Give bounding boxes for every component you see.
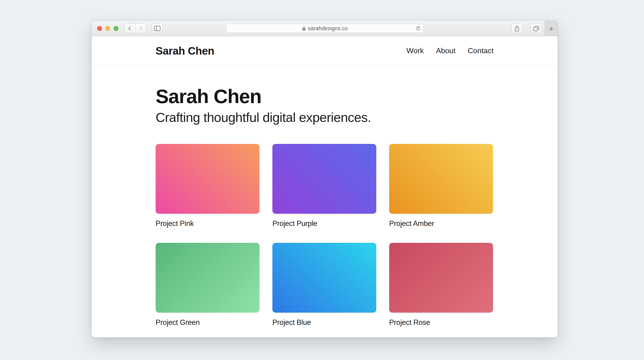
site-nav: Work About Contact: [406, 46, 494, 55]
new-tab-area: +: [545, 21, 558, 36]
project-thumbnail: [389, 243, 493, 313]
close-button[interactable]: [97, 26, 102, 31]
project-thumbnail: [156, 144, 260, 214]
hero-title: Sarah Chen: [156, 86, 494, 107]
projects-grid: Project Pink Project Purple Project Ambe…: [156, 144, 494, 327]
chevron-left-icon: [127, 26, 132, 31]
project-label: Project Purple: [272, 219, 376, 228]
share-icon: [514, 25, 520, 32]
project-card-purple[interactable]: Project Purple: [272, 144, 376, 228]
hero-subtitle: Crafting thoughtful digital experiences.: [156, 110, 494, 125]
project-card-amber[interactable]: Project Amber: [389, 144, 493, 228]
project-thumbnail: [272, 243, 376, 313]
browser-titlebar: sarahdesigns.co: [92, 21, 558, 36]
address-text: sarahdesigns.co: [308, 25, 348, 32]
forward-button[interactable]: [135, 24, 146, 33]
history-nav: [124, 24, 146, 33]
project-label: Project Pink: [156, 219, 260, 228]
window-controls: [97, 21, 118, 36]
back-button[interactable]: [124, 24, 135, 33]
new-tab-button[interactable]: +: [549, 25, 554, 33]
project-label: Project Rose: [389, 318, 493, 327]
reload-button[interactable]: [414, 25, 422, 32]
main-content: Sarah Chen Crafting thoughtful digital e…: [92, 86, 558, 327]
project-card-rose[interactable]: Project Rose: [389, 243, 493, 327]
zoom-button[interactable]: [114, 26, 118, 31]
sidebar-toggle-button[interactable]: [152, 24, 163, 33]
nav-link-contact[interactable]: Contact: [468, 46, 494, 55]
project-card-green[interactable]: Project Green: [156, 243, 260, 327]
nav-link-work[interactable]: Work: [406, 46, 424, 55]
chevron-right-icon: [138, 26, 144, 31]
project-thumbnail: [272, 144, 376, 214]
address-bar[interactable]: sarahdesigns.co: [226, 24, 424, 33]
minimize-button[interactable]: [105, 26, 110, 31]
site-header: Sarah Chen Work About Contact: [92, 36, 558, 65]
tab-overview-button[interactable]: [531, 24, 542, 33]
site-logo[interactable]: Sarah Chen: [156, 45, 214, 57]
reload-icon: [415, 26, 421, 31]
project-thumbnail: [389, 144, 493, 214]
nav-link-about[interactable]: About: [436, 46, 456, 55]
browser-window: sarahdesigns.co: [92, 21, 558, 337]
project-label: Project Green: [156, 318, 260, 327]
project-card-blue[interactable]: Project Blue: [272, 243, 376, 327]
share-button[interactable]: [512, 24, 522, 33]
sidebar-icon: [154, 26, 160, 31]
project-thumbnail: [156, 243, 260, 313]
tab-overview-icon: [533, 26, 540, 31]
project-card-pink[interactable]: Project Pink: [156, 144, 260, 228]
web-page: Sarah Chen Work About Contact Sarah Chen…: [92, 36, 558, 337]
project-label: Project Blue: [272, 318, 376, 327]
project-label: Project Amber: [389, 219, 493, 228]
lock-icon: [302, 26, 306, 31]
